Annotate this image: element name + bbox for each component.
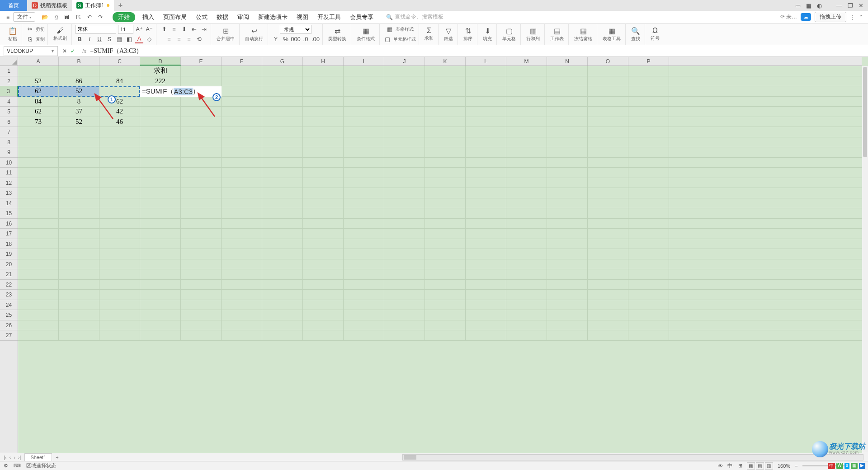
wrap-button[interactable]: ↩自动换行 [243,27,265,42]
cell[interactable] [303,127,344,137]
cell[interactable] [588,107,628,117]
copy-icon[interactable]: ⎘ [26,35,34,43]
cell[interactable] [181,66,222,76]
cell[interactable] [547,188,588,198]
cell[interactable] [384,97,425,107]
cell[interactable] [303,66,344,76]
cell[interactable] [140,280,181,290]
indent-inc-icon[interactable]: ⇥ [200,25,208,33]
cell[interactable] [506,178,547,188]
zoom-out-icon[interactable]: − [795,463,797,469]
cell[interactable] [628,269,669,279]
cell[interactable] [344,198,384,208]
cell[interactable] [140,137,181,147]
tab-member[interactable]: 会员专享 [348,12,375,22]
cell[interactable] [59,127,99,137]
cell[interactable]: 42 [99,107,140,117]
cell[interactable] [588,208,628,218]
cell[interactable] [222,208,262,218]
cell[interactable] [628,107,669,117]
cell[interactable] [18,310,59,320]
row-header-15[interactable]: 15 [0,208,18,219]
cloud-icon[interactable]: ☁ [801,13,811,21]
cell[interactable] [303,97,344,107]
font-color-icon[interactable]: A [135,35,143,43]
preview-icon[interactable]: ☈ [74,13,83,21]
cell[interactable] [466,330,506,340]
cell[interactable] [18,269,59,279]
cell[interactable] [303,280,344,290]
collapse-ribbon-icon[interactable]: ⌃ [859,14,863,20]
cell[interactable] [140,97,181,107]
hamburger-icon[interactable]: ≡ [5,13,11,21]
cell[interactable] [466,86,506,96]
cell[interactable] [628,330,669,340]
cell[interactable] [547,249,588,259]
cell[interactable] [262,249,303,259]
row-header-10[interactable]: 10 [0,158,18,168]
cell[interactable] [59,259,99,269]
cell[interactable] [466,188,506,198]
cell[interactable] [18,208,59,218]
col-header-C[interactable]: C [99,57,140,66]
cell[interactable] [588,320,628,330]
cell[interactable] [262,76,303,86]
cell[interactable] [222,219,262,229]
cell[interactable] [466,117,506,127]
cell[interactable] [425,86,466,96]
cell[interactable] [628,147,669,157]
cell[interactable] [344,66,384,76]
cell[interactable]: 52 [59,86,99,96]
row-header-9[interactable]: 9 [0,147,18,158]
align-bot-icon[interactable]: ⬇ [180,25,188,33]
cell[interactable]: 52 [18,76,59,86]
grid-mode-icon[interactable]: ⊞ [738,463,742,469]
row-header-4[interactable]: 4 [0,97,18,107]
cell[interactable] [506,208,547,218]
cell[interactable] [303,219,344,229]
cell[interactable] [344,178,384,188]
cell[interactable] [588,147,628,157]
align-center-icon[interactable]: ≡ [175,35,183,43]
cell[interactable] [425,219,466,229]
cell[interactable] [466,280,506,290]
cell[interactable]: 84 [18,97,59,107]
cell[interactable] [384,310,425,320]
cell[interactable] [303,259,344,269]
cell[interactable] [425,320,466,330]
cell[interactable] [628,97,669,107]
cell[interactable] [628,310,669,320]
open-icon[interactable]: 📂 [40,13,50,21]
cell[interactable] [262,239,303,249]
cell[interactable] [506,76,547,86]
cell[interactable] [547,158,588,168]
cell[interactable] [547,168,588,178]
cell[interactable] [547,290,588,300]
user-icon[interactable]: ◐ [817,2,822,9]
cell[interactable] [466,178,506,188]
col-header-F[interactable]: F [222,57,262,66]
cell[interactable]: 84 [99,76,140,86]
cell[interactable] [99,239,140,249]
cell[interactable] [222,137,262,147]
cell[interactable] [140,219,181,229]
cell[interactable] [18,158,59,168]
cell[interactable] [140,259,181,269]
row-header-16[interactable]: 16 [0,219,18,229]
zoom-level[interactable]: 160% [778,463,790,469]
sheet-last-icon[interactable]: ›| [18,455,21,460]
cell[interactable] [547,137,588,147]
col-header-K[interactable]: K [425,57,466,66]
row-header-26[interactable]: 26 [0,320,18,331]
eye-icon[interactable]: 👁 [718,463,723,469]
cell[interactable] [588,198,628,208]
cell[interactable] [222,280,262,290]
settings-icon[interactable]: ⚙ [4,463,8,469]
row-header-6[interactable]: 6 [0,117,18,127]
table-style-icon[interactable]: ▦ [386,25,394,33]
dec-inc-icon[interactable]: .0 [302,35,310,43]
font-name-select[interactable] [75,25,116,34]
cell[interactable] [18,168,59,178]
cell[interactable] [303,269,344,279]
row-header-3[interactable]: 3 [0,86,18,97]
